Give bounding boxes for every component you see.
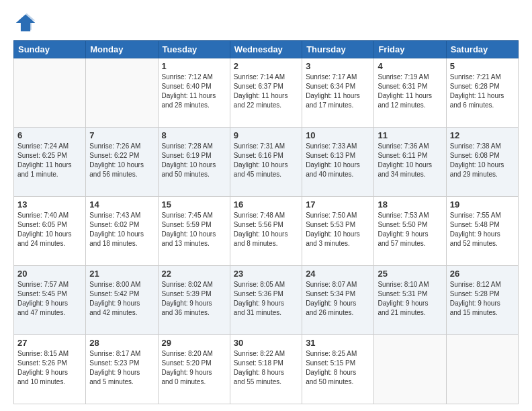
day-number: 18 xyxy=(378,199,442,210)
calendar-week-row: 27Sunrise: 8:15 AM Sunset: 5:26 PM Dayli… xyxy=(14,335,519,404)
calendar-cell: 12Sunrise: 7:38 AM Sunset: 6:08 PM Dayli… xyxy=(446,128,518,197)
day-number: 13 xyxy=(17,199,82,210)
calendar-cell: 16Sunrise: 7:48 AM Sunset: 5:56 PM Dayli… xyxy=(230,197,302,266)
calendar-cell: 29Sunrise: 8:20 AM Sunset: 5:20 PM Dayli… xyxy=(158,335,230,404)
calendar-cell: 21Sunrise: 8:00 AM Sunset: 5:42 PM Dayli… xyxy=(86,266,158,335)
cell-text: Sunrise: 8:22 AM Sunset: 5:18 PM Dayligh… xyxy=(234,349,298,387)
day-number: 16 xyxy=(234,199,298,210)
cell-text: Sunrise: 7:33 AM Sunset: 6:13 PM Dayligh… xyxy=(306,142,370,179)
day-number: 21 xyxy=(89,269,154,279)
day-number: 5 xyxy=(450,61,515,71)
calendar-cell: 7Sunrise: 7:26 AM Sunset: 6:22 PM Daylig… xyxy=(86,128,158,197)
cell-text: Sunrise: 7:26 AM Sunset: 6:22 PM Dayligh… xyxy=(89,142,154,179)
calendar-cell: 8Sunrise: 7:28 AM Sunset: 6:19 PM Daylig… xyxy=(158,128,230,197)
day-number: 15 xyxy=(162,199,226,210)
calendar-cell: 18Sunrise: 7:53 AM Sunset: 5:50 PM Dayli… xyxy=(374,197,446,266)
day-number: 23 xyxy=(234,269,298,279)
calendar-cell xyxy=(14,58,86,128)
calendar-cell: 19Sunrise: 7:55 AM Sunset: 5:48 PM Dayli… xyxy=(446,197,518,266)
day-number: 10 xyxy=(306,130,370,140)
calendar-cell: 20Sunrise: 7:57 AM Sunset: 5:45 PM Dayli… xyxy=(14,266,86,335)
cell-text: Sunrise: 7:45 AM Sunset: 5:59 PM Dayligh… xyxy=(162,211,226,248)
day-number: 28 xyxy=(89,338,154,348)
day-number: 11 xyxy=(378,130,442,140)
calendar-week-row: 13Sunrise: 7:40 AM Sunset: 6:05 PM Dayli… xyxy=(14,197,519,266)
calendar-cell: 30Sunrise: 8:22 AM Sunset: 5:18 PM Dayli… xyxy=(230,335,302,404)
cell-text: Sunrise: 8:12 AM Sunset: 5:28 PM Dayligh… xyxy=(450,280,515,318)
cell-text: Sunrise: 8:15 AM Sunset: 5:26 PM Dayligh… xyxy=(17,349,82,387)
calendar-cell: 27Sunrise: 8:15 AM Sunset: 5:26 PM Dayli… xyxy=(14,335,86,404)
calendar-cell: 14Sunrise: 7:43 AM Sunset: 6:02 PM Dayli… xyxy=(86,197,158,266)
cell-text: Sunrise: 7:21 AM Sunset: 6:28 PM Dayligh… xyxy=(450,73,515,110)
cell-text: Sunrise: 7:43 AM Sunset: 6:02 PM Dayligh… xyxy=(89,211,154,248)
cell-text: Sunrise: 7:40 AM Sunset: 6:05 PM Dayligh… xyxy=(17,211,82,248)
day-number: 1 xyxy=(162,61,226,71)
cell-text: Sunrise: 7:28 AM Sunset: 6:19 PM Dayligh… xyxy=(162,142,226,179)
cell-text: Sunrise: 8:00 AM Sunset: 5:42 PM Dayligh… xyxy=(89,280,154,318)
day-number: 29 xyxy=(162,338,226,348)
weekday-header-monday: Monday xyxy=(86,41,158,58)
cell-text: Sunrise: 7:24 AM Sunset: 6:25 PM Dayligh… xyxy=(17,142,82,179)
cell-text: Sunrise: 7:14 AM Sunset: 6:37 PM Dayligh… xyxy=(234,73,298,110)
cell-text: Sunrise: 8:07 AM Sunset: 5:34 PM Dayligh… xyxy=(306,280,370,318)
weekday-header-wednesday: Wednesday xyxy=(230,41,302,58)
weekday-header-saturday: Saturday xyxy=(446,41,518,58)
calendar-cell xyxy=(374,335,446,404)
calendar-cell: 4Sunrise: 7:19 AM Sunset: 6:31 PM Daylig… xyxy=(374,58,446,128)
cell-text: Sunrise: 7:17 AM Sunset: 6:34 PM Dayligh… xyxy=(306,73,370,110)
calendar-cell: 10Sunrise: 7:33 AM Sunset: 6:13 PM Dayli… xyxy=(302,128,374,197)
cell-text: Sunrise: 7:38 AM Sunset: 6:08 PM Dayligh… xyxy=(450,142,515,179)
day-number: 8 xyxy=(162,130,226,140)
day-number: 31 xyxy=(306,338,370,348)
weekday-header-row: SundayMondayTuesdayWednesdayThursdayFrid… xyxy=(14,41,519,58)
cell-text: Sunrise: 7:48 AM Sunset: 5:56 PM Dayligh… xyxy=(234,211,298,248)
cell-text: Sunrise: 7:53 AM Sunset: 5:50 PM Dayligh… xyxy=(378,211,442,248)
cell-text: Sunrise: 7:12 AM Sunset: 6:40 PM Dayligh… xyxy=(162,73,226,110)
calendar-cell: 17Sunrise: 7:50 AM Sunset: 5:53 PM Dayli… xyxy=(302,197,374,266)
day-number: 26 xyxy=(450,269,515,279)
day-number: 12 xyxy=(450,130,515,140)
calendar-cell xyxy=(446,335,518,404)
weekday-header-tuesday: Tuesday xyxy=(158,41,230,58)
cell-text: Sunrise: 8:02 AM Sunset: 5:39 PM Dayligh… xyxy=(162,280,226,318)
calendar-week-row: 1Sunrise: 7:12 AM Sunset: 6:40 PM Daylig… xyxy=(14,58,519,128)
day-number: 4 xyxy=(378,61,442,71)
cell-text: Sunrise: 8:25 AM Sunset: 5:15 PM Dayligh… xyxy=(306,349,370,387)
cell-text: Sunrise: 7:19 AM Sunset: 6:31 PM Dayligh… xyxy=(378,73,442,110)
calendar-week-row: 20Sunrise: 7:57 AM Sunset: 5:45 PM Dayli… xyxy=(14,266,519,335)
day-number: 24 xyxy=(306,269,370,279)
calendar-cell: 28Sunrise: 8:17 AM Sunset: 5:23 PM Dayli… xyxy=(86,335,158,404)
calendar-cell: 23Sunrise: 8:05 AM Sunset: 5:36 PM Dayli… xyxy=(230,266,302,335)
cell-text: Sunrise: 8:17 AM Sunset: 5:23 PM Dayligh… xyxy=(89,349,154,387)
day-number: 9 xyxy=(234,130,298,140)
day-number: 27 xyxy=(17,338,82,348)
day-number: 14 xyxy=(89,199,154,210)
calendar-cell: 3Sunrise: 7:17 AM Sunset: 6:34 PM Daylig… xyxy=(302,58,374,128)
cell-text: Sunrise: 8:05 AM Sunset: 5:36 PM Dayligh… xyxy=(234,280,298,318)
cell-text: Sunrise: 7:31 AM Sunset: 6:16 PM Dayligh… xyxy=(234,142,298,179)
calendar-cell: 22Sunrise: 8:02 AM Sunset: 5:39 PM Dayli… xyxy=(158,266,230,335)
calendar-table: SundayMondayTuesdayWednesdayThursdayFrid… xyxy=(13,40,519,404)
cell-text: Sunrise: 7:50 AM Sunset: 5:53 PM Dayligh… xyxy=(306,211,370,248)
weekday-header-thursday: Thursday xyxy=(302,41,374,58)
logo xyxy=(13,12,40,34)
day-number: 19 xyxy=(450,199,515,210)
calendar-cell: 25Sunrise: 8:10 AM Sunset: 5:31 PM Dayli… xyxy=(374,266,446,335)
calendar-cell: 9Sunrise: 7:31 AM Sunset: 6:16 PM Daylig… xyxy=(230,128,302,197)
calendar-cell: 1Sunrise: 7:12 AM Sunset: 6:40 PM Daylig… xyxy=(158,58,230,128)
calendar-cell: 24Sunrise: 8:07 AM Sunset: 5:34 PM Dayli… xyxy=(302,266,374,335)
cell-text: Sunrise: 8:20 AM Sunset: 5:20 PM Dayligh… xyxy=(162,349,226,387)
cell-text: Sunrise: 7:55 AM Sunset: 5:48 PM Dayligh… xyxy=(450,211,515,248)
calendar-cell: 11Sunrise: 7:36 AM Sunset: 6:11 PM Dayli… xyxy=(374,128,446,197)
day-number: 7 xyxy=(89,130,154,140)
calendar-cell xyxy=(86,58,158,128)
calendar-week-row: 6Sunrise: 7:24 AM Sunset: 6:25 PM Daylig… xyxy=(14,128,519,197)
day-number: 2 xyxy=(234,61,298,71)
day-number: 6 xyxy=(17,130,82,140)
day-number: 25 xyxy=(378,269,442,279)
calendar-cell: 6Sunrise: 7:24 AM Sunset: 6:25 PM Daylig… xyxy=(14,128,86,197)
cell-text: Sunrise: 8:10 AM Sunset: 5:31 PM Dayligh… xyxy=(378,280,442,318)
weekday-header-sunday: Sunday xyxy=(14,41,86,58)
calendar-cell: 2Sunrise: 7:14 AM Sunset: 6:37 PM Daylig… xyxy=(230,58,302,128)
cell-text: Sunrise: 7:57 AM Sunset: 5:45 PM Dayligh… xyxy=(17,280,82,318)
